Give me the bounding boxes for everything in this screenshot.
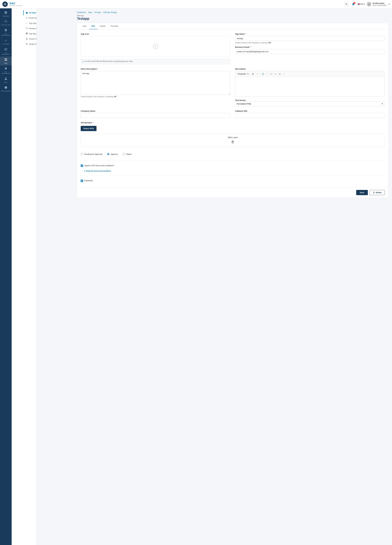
callback-url-input[interactable] (235, 113, 385, 118)
sidebar-item-label: Find your APIs (1, 24, 10, 26)
secondary-sidebar-item-app-approval-c[interactable]: App Approval C... (23, 31, 37, 36)
quote-button[interactable]: " (265, 72, 269, 76)
divider-1 (81, 160, 385, 160)
pending-approval-input[interactable] (81, 153, 83, 155)
secondary-sidebar-item-label: Create App (28, 17, 37, 19)
sidebar-item-find-apis[interactable]: Find your APIs (0, 18, 12, 27)
secondary-sidebar-item-create-app[interactable]: + Create App (23, 15, 37, 21)
reject-radio[interactable]: Reject (123, 153, 132, 155)
description-label: Description (235, 68, 385, 70)
top-header: DAC DIGITAL APICRAFT 6 🇬🇧 EN ▾ (0, 0, 392, 8)
breadcrumb: Dashboard › Apps › All Apps › Edit App T… (77, 11, 388, 13)
delete-button[interactable]: Delete (370, 190, 385, 195)
text-format-select[interactable]: Formatted HTML (235, 101, 385, 106)
notifications-button[interactable]: 6 (351, 2, 356, 7)
find-apis-icon (4, 20, 7, 24)
pending-approval-radio[interactable]: Pending for Approval (81, 153, 102, 155)
app-name-input[interactable] (235, 36, 385, 41)
tab-view[interactable]: View (80, 23, 89, 29)
tabs: View Edit Delete Translate (77, 23, 388, 29)
sidebar-item-site-admin[interactable]: Site Administration (0, 65, 12, 76)
svg-rect-7 (5, 13, 6, 14)
search-button[interactable] (344, 2, 349, 7)
secondary-sidebar-item-label: All Apps (29, 12, 36, 14)
api-admin-icon (4, 29, 7, 32)
agree-terms-checkbox[interactable] (81, 165, 83, 167)
sidebar-item-about[interactable]: About OneAPIM (0, 85, 12, 93)
sidebar-item-api-subscriptions[interactable]: API Subscriptions (0, 46, 12, 56)
breadcrumb-sep-3: › (102, 11, 103, 13)
business-email-group: Business Email * (235, 46, 385, 54)
terms-info-icon: ℹ (84, 170, 85, 172)
tab-delete[interactable]: Delete (97, 23, 108, 29)
page-edit-label: Edit App (77, 15, 388, 17)
notification-badge: 6 (353, 2, 356, 4)
sidebar-item-label: Site Administration (0, 71, 11, 74)
approve-input[interactable] (107, 153, 109, 155)
app-approval-icon (26, 22, 28, 25)
secondary-sidebar: ▦ All Apps + Create App App Approval Rev… (12, 8, 37, 545)
approve-radio[interactable]: Approve (107, 153, 118, 155)
app-icon-label: App Icon (81, 33, 230, 35)
secondary-sidebar-item-app-approval[interactable]: App Approval (23, 21, 37, 26)
breadcrumb-dashboard[interactable]: Dashboard (77, 11, 86, 13)
breadcrumb-sep-1: › (87, 11, 87, 13)
icon-upload-area[interactable]: + (81, 36, 230, 57)
toolbar-sep-2 (260, 73, 260, 75)
select-apis-button[interactable]: Select APIs (81, 126, 96, 131)
secondary-sidebar-item-label: Partner Signup ... (29, 38, 37, 40)
secondary-sidebar-item-simple-oauth[interactable]: Simple Oauth C... (23, 42, 37, 47)
save-button[interactable]: Save (356, 190, 368, 195)
business-email-input[interactable] (235, 49, 385, 54)
company-name-input[interactable] (81, 113, 230, 118)
secondary-sidebar-item-revoke-apps[interactable]: Revoke Apps (23, 26, 37, 31)
sidebar-item-api-testing[interactable]: API Testing (0, 37, 12, 46)
read-terms-label: Read the Terms and Conditions (86, 170, 111, 172)
secondary-sidebar-item-partner-signup[interactable]: Partner Signup ... (23, 36, 37, 42)
list-button[interactable]: ≡ (274, 72, 277, 76)
sidebar-item-apps[interactable]: Apps (0, 56, 12, 65)
bold-button[interactable]: B (251, 72, 255, 76)
chevron-down-icon: ▾ (364, 3, 365, 5)
form-row-1: App Icon + ℹ One file only.50 MB limit.A… (81, 33, 385, 64)
info-icon: ℹ (83, 61, 83, 63)
sidebar-item-api-admin[interactable]: API Administration (0, 27, 12, 37)
site-admin-icon (4, 67, 7, 71)
create-app-icon: + (26, 17, 27, 19)
svg-line-4 (347, 5, 347, 5)
text-format-group: Text format Formatted HTML (235, 99, 385, 106)
italic-button[interactable]: I (255, 72, 259, 76)
logo: DAC DIGITAL APICRAFT (10, 2, 23, 6)
sidebar-item-dashboard[interactable]: Dashboard (0, 10, 12, 18)
agree-terms-row: Agree to API terms and conditions * (81, 163, 385, 169)
paragraph-select[interactable]: Paragraph (236, 72, 249, 75)
read-terms-link[interactable]: ℹ Read the Terms and Conditions (81, 169, 385, 173)
link-button[interactable]: 🔗 (261, 72, 265, 76)
more-button[interactable]: ⋮ (282, 72, 286, 76)
approve-label: Approve (111, 153, 118, 155)
breadcrumb-sep-2: › (93, 11, 94, 13)
tab-edit[interactable]: Edit (89, 23, 97, 29)
upload-plus-button[interactable]: + (153, 44, 158, 49)
published-checkbox[interactable] (81, 180, 83, 182)
published-label: Published (84, 180, 93, 182)
code-button[interactable]: <> (269, 72, 273, 76)
editor-body[interactable] (235, 77, 385, 96)
secondary-sidebar-item-all-apps[interactable]: ▦ All Apps (23, 10, 37, 15)
app-name-label: App Name * (235, 33, 385, 35)
delete-bundle-button[interactable] (231, 140, 234, 144)
breadcrumb-apps[interactable]: Apps (88, 11, 92, 13)
user-info[interactable]: Hi ekta umare ekta.u+padmin@d... ▾ (367, 2, 390, 6)
flag-icon: 🇬🇧 (357, 3, 360, 5)
language-selector[interactable]: 🇬🇧 EN ▾ (357, 3, 365, 5)
ordered-list-button[interactable]: 1≡ (278, 72, 282, 76)
secondary-sidebar-item-label: Simple Oauth C... (29, 43, 37, 45)
sidebar-item-users[interactable]: Users (0, 76, 12, 85)
about-icon (4, 86, 7, 90)
api-bundle-card: SME Loans (81, 134, 385, 147)
reject-input[interactable] (123, 153, 125, 155)
tab-translate[interactable]: Translate (108, 23, 121, 29)
short-desc-textarea[interactable]: test app (81, 71, 230, 95)
hamburger-button[interactable] (2, 1, 8, 7)
breadcrumb-all-apps[interactable]: All Apps (95, 11, 101, 13)
